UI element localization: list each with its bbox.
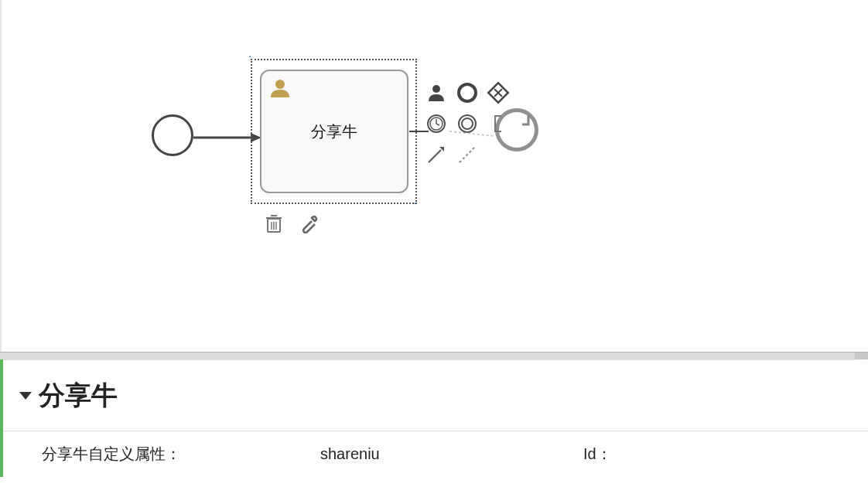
svg-point-15 <box>462 118 473 129</box>
ctx-annotation-icon[interactable] <box>485 111 511 137</box>
svg-point-2 <box>275 80 285 89</box>
id-label: Id： <box>583 444 612 465</box>
user-task-node[interactable]: 分享牛 <box>260 70 408 193</box>
bottom-tools <box>261 210 323 237</box>
svg-point-6 <box>459 84 476 101</box>
properties-panel: 分享牛 分享牛自定义属性： shareniu Id： <box>0 359 868 477</box>
custom-attr-value[interactable]: shareniu <box>320 445 583 463</box>
custom-attr-label: 分享牛自定义属性： <box>42 444 320 465</box>
start-event[interactable] <box>152 114 193 156</box>
svg-line-16 <box>429 150 441 162</box>
ctx-gateway-icon[interactable] <box>485 80 511 106</box>
wrench-icon[interactable] <box>296 210 323 237</box>
props-row-custom: 分享牛自定义属性： shareniu Id： <box>3 431 868 477</box>
delete-icon[interactable] <box>261 210 287 237</box>
svg-point-5 <box>432 85 440 93</box>
ctx-timer-icon[interactable] <box>423 111 449 137</box>
ctx-user-task-icon[interactable] <box>423 80 449 106</box>
svg-line-13 <box>436 124 439 125</box>
resize-handle-se[interactable]: ⠂ <box>413 200 419 206</box>
ctx-intermediate-icon[interactable] <box>454 111 480 137</box>
svg-line-18 <box>460 147 475 162</box>
chevron-down-icon <box>17 387 34 404</box>
ctx-end-event-icon[interactable] <box>454 80 480 106</box>
resize-handle-nw[interactable]: ⠂ <box>248 53 255 60</box>
context-pad <box>423 80 511 172</box>
splitter-bar[interactable] <box>0 352 868 359</box>
props-title: 分享牛 <box>39 378 118 414</box>
svg-marker-25 <box>19 392 32 400</box>
diagram-canvas[interactable]: ⠂ ⠂ 分享牛 <box>0 0 868 352</box>
task-label: 分享牛 <box>311 121 357 142</box>
ctx-connect-line-icon[interactable] <box>454 141 480 168</box>
user-icon <box>269 77 291 99</box>
props-header[interactable]: 分享牛 <box>3 366 868 431</box>
ctx-connect-arrow-icon[interactable] <box>423 141 449 168</box>
